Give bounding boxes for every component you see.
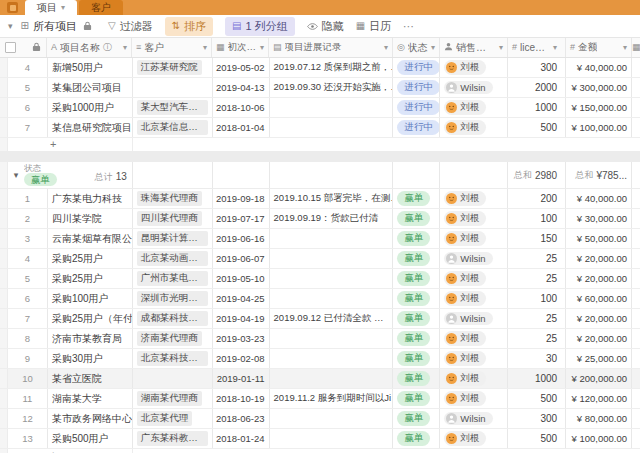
cell-amount[interactable]: ¥ 120,000.00 xyxy=(566,389,632,408)
cell-amount[interactable]: ¥ 40,000.00 xyxy=(566,189,632,208)
cell-project-name[interactable]: 某集团公司项目 xyxy=(48,78,133,97)
cell-progress[interactable] xyxy=(270,249,394,268)
table-row[interactable]: 8济南市某教育局济南某代理商2019-03-23赢单刘根25¥ 20,000.0… xyxy=(0,329,640,349)
cell-customer[interactable]: 北京某代理 xyxy=(133,409,213,428)
cell-sales-owner[interactable]: 刘根 xyxy=(440,429,508,448)
tab-caret-icon[interactable]: ▾ xyxy=(61,3,65,12)
cell-customer[interactable]: 深圳市光明技术 xyxy=(133,289,213,308)
cell-first-contact[interactable]: 2019-04-19 xyxy=(213,309,270,328)
cell-status[interactable]: 赢单 xyxy=(393,389,440,408)
table-row[interactable]: 5某集团公司项目2019-04-132019.09.30 还没开始实施，…进行中… xyxy=(0,78,640,98)
cell-amount[interactable]: ¥ 60,000.00 xyxy=(566,289,632,308)
cell-sales-owner[interactable]: 刘根 xyxy=(440,329,508,348)
column-header-name[interactable]: A项目名称ⓘ▾ xyxy=(47,38,132,57)
view-switcher[interactable]: ⊞ 所有项目 xyxy=(21,19,77,34)
cell-amount[interactable]: ¥ 20,000.00 xyxy=(566,249,632,268)
column-header-stat[interactable]: ◎状态▾ xyxy=(393,38,440,57)
cell-amount[interactable]: ¥ 20,000.00 xyxy=(566,269,632,288)
column-header-amt[interactable]: #金额▾ xyxy=(566,38,632,57)
cell-status[interactable]: 赢单 xyxy=(393,189,440,208)
cell-customer[interactable]: 广东某科教有限公司 xyxy=(133,429,213,448)
cell-customer[interactable]: 湖南某代理商 xyxy=(133,389,213,408)
cell-progress[interactable] xyxy=(270,118,394,137)
tab-projects[interactable]: 项目 ▾ xyxy=(25,0,77,15)
cell-progress[interactable]: 2019.09.19：货款已付清 xyxy=(270,209,394,228)
calendar-button[interactable]: ▦ 日历 xyxy=(356,19,391,34)
cell-project-name[interactable]: 采购500用户 xyxy=(48,429,133,448)
cell-first-contact[interactable]: 2018-10-06 xyxy=(213,98,270,117)
cell-license-count[interactable]: 500 xyxy=(508,429,566,448)
cell-license-count[interactable]: 500 xyxy=(508,118,566,137)
cell-sales-owner[interactable]: 刘根 xyxy=(440,209,508,228)
column-header-cust[interactable]: ≡客户▾ xyxy=(132,38,212,57)
table-row[interactable]: 4新增50用户江苏某研究院2019-05-022019.07.12 质保到期之前… xyxy=(0,58,640,78)
table-row[interactable]: 7某信息研究院项目北京某信息系统技术有2018-01-04进行中刘根500¥ 1… xyxy=(0,118,640,138)
cell-customer[interactable]: 某大型汽车企业 xyxy=(133,98,213,117)
cell-progress[interactable] xyxy=(270,349,394,368)
cell-customer[interactable]: 四川某代理商 xyxy=(133,209,213,228)
cell-project-name[interactable]: 四川某学院 xyxy=(48,209,133,228)
cell-amount[interactable]: ¥ 100,000.00 xyxy=(566,118,632,137)
column-header-prog[interactable]: ▤项目进展记录▾ xyxy=(269,38,393,57)
cell-first-contact[interactable]: 2019-06-16 xyxy=(213,229,270,248)
group-button[interactable]: ▤ 1 列分组 xyxy=(225,17,295,36)
hide-fields-button[interactable]: 隐藏 xyxy=(307,19,344,34)
cell-sales-owner[interactable]: 刘根 xyxy=(440,118,508,137)
cell-first-contact[interactable]: 2019-09-18 xyxy=(213,189,270,208)
cell-license-count[interactable]: 30 xyxy=(508,349,566,368)
table-row[interactable]: 11湖南某大学湖南某代理商2018-10-192019.11.2 服务到期时间以… xyxy=(0,389,640,409)
cell-license-count[interactable]: 100 xyxy=(508,209,566,228)
cell-amount[interactable]: ¥ 100,000.00 xyxy=(566,429,632,448)
more-actions-button[interactable]: ⋯ xyxy=(403,20,415,33)
cell-amount[interactable]: ¥ 300,000.00 xyxy=(566,78,632,97)
cell-project-name[interactable]: 采购100用户 xyxy=(48,289,133,308)
cell-first-contact[interactable]: 2018-01-24 xyxy=(213,429,270,448)
select-all-checkbox[interactable] xyxy=(5,42,16,53)
cell-project-name[interactable]: 新增50用户 xyxy=(48,58,133,77)
cell-first-contact[interactable]: 2019-04-13 xyxy=(213,78,270,97)
cell-amount[interactable]: ¥ 40,000.00 xyxy=(566,58,632,77)
cell-sales-owner[interactable]: Wilsin xyxy=(440,309,508,328)
cell-amount[interactable]: ¥ 20,000.00 xyxy=(566,309,632,328)
cell-license-count[interactable]: 25 xyxy=(508,309,566,328)
cell-license-count[interactable]: 200 xyxy=(508,189,566,208)
cell-license-count[interactable]: 25 xyxy=(508,329,566,348)
cell-first-contact[interactable]: 2018-10-19 xyxy=(213,389,270,408)
column-header-lic[interactable]: #license 数▾ xyxy=(508,38,566,57)
cell-sales-owner[interactable]: Wilsin xyxy=(440,78,508,97)
cell-sales-owner[interactable]: 刘根 xyxy=(440,369,508,388)
cell-project-name[interactable]: 湖南某大学 xyxy=(48,389,133,408)
filter-button[interactable]: ▽ 过滤器 xyxy=(108,19,153,34)
cell-progress[interactable] xyxy=(270,289,394,308)
cell-sales-owner[interactable]: 刘根 xyxy=(440,289,508,308)
cell-license-count[interactable]: 150 xyxy=(508,229,566,248)
cell-status[interactable]: 赢单 xyxy=(393,429,440,448)
cell-amount[interactable]: ¥ 30,000.00 xyxy=(566,209,632,228)
cell-first-contact[interactable]: 2019-02-08 xyxy=(213,349,270,368)
cell-progress[interactable]: 2019.11.2 服务到期时间以Ji… xyxy=(270,389,394,408)
cell-status[interactable]: 进行中 xyxy=(393,78,440,97)
table-row[interactable]: 10某省立医院2019-01-11赢单刘根1000¥ 200,000.00 xyxy=(0,369,640,389)
table-row[interactable]: 6采购1000用户某大型汽车企业2018-10-06进行中刘根1000¥ 150… xyxy=(0,98,640,118)
table-row[interactable]: 5采购25用户广州市某电子有限公司2019-05-10赢单刘根25¥ 20,00… xyxy=(0,269,640,289)
cell-status[interactable]: 赢单 xyxy=(393,269,440,288)
cell-license-count[interactable]: 500 xyxy=(508,389,566,408)
cell-status[interactable]: 赢单 xyxy=(393,369,440,388)
cell-customer[interactable]: 江苏某研究院 xyxy=(133,58,213,77)
cell-license-count[interactable]: 1000 xyxy=(508,98,566,117)
table-row[interactable]: 12某市政务网络中心北京某代理2018-06-23赢单Wilsin300¥ 80… xyxy=(0,409,640,429)
views-chevron-icon[interactable]: ▾ xyxy=(8,21,13,31)
cell-license-count[interactable]: 2000 xyxy=(508,78,566,97)
cell-status[interactable]: 赢单 xyxy=(393,409,440,428)
cell-status[interactable]: 赢单 xyxy=(393,289,440,308)
cell-progress[interactable] xyxy=(270,369,394,388)
cell-amount[interactable]: ¥ 80,000.00 xyxy=(566,409,632,428)
table-row[interactable]: 6采购100用户深圳市光明技术2019-04-25赢单刘根100¥ 60,000… xyxy=(0,289,640,309)
view-lock-button[interactable] xyxy=(83,21,92,31)
cell-project-name[interactable]: 采购1000用户 xyxy=(48,98,133,117)
cell-amount[interactable]: ¥ 50,000.00 xyxy=(566,229,632,248)
cell-license-count[interactable]: 25 xyxy=(508,269,566,288)
app-logo-icon[interactable] xyxy=(7,2,18,13)
cell-license-count[interactable]: 300 xyxy=(508,409,566,428)
cell-first-contact[interactable]: 2019-07-17 xyxy=(213,209,270,228)
